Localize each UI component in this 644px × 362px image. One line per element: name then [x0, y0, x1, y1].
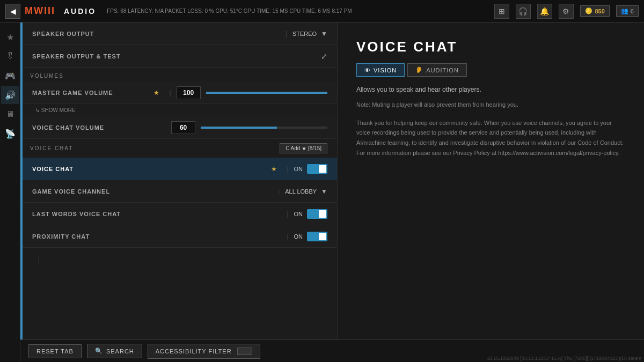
back-button[interactable]: ◀ [5, 4, 20, 19]
game-voice-channel-label: GAME VOICE CHANNEL [32, 188, 273, 195]
speaker-output-row[interactable]: SPEAKER OUTPUT | STEREO ▼ [23, 23, 337, 45]
divider7: | [287, 233, 288, 240]
voice-volume-fill [201, 127, 277, 129]
voice-chat-value: ON [294, 166, 303, 172]
divider6: | [287, 210, 288, 218]
master-volume-row[interactable]: MASTER GAME VOLUME ★ | [23, 82, 337, 104]
right-panel: VOICE CHAT 👁 VISION 👂 AUDITION Allows yo… [337, 23, 644, 362]
voice-chat-toggle[interactable] [307, 164, 327, 174]
dropdown-arrow-icon: ▼ [321, 30, 327, 38]
proximity-chat-label: PROXIMITY CHAT [32, 233, 281, 240]
divider3: | [164, 124, 166, 131]
volumes-header: VOLUMES [20, 68, 337, 82]
search-label: SEARCH [106, 348, 134, 354]
sys-info: 10.15.1862849 [43.13.11231+11.A] Thu [72… [487, 356, 641, 361]
topbar: ◀ MWIII AUDIO FPS: 68 LATENCY: N/A PACKE… [0, 0, 644, 23]
game-voice-channel-value: ALL LOBBY [285, 188, 317, 195]
toggle-thumb2 [319, 210, 326, 218]
last-words-value: ON [294, 211, 303, 217]
ear-icon: 👂 [415, 67, 423, 73]
toggle-thumb3 [319, 233, 326, 240]
partial-row[interactable]: | [23, 248, 337, 270]
info-line1: Allows you to speak and hear other playe… [356, 85, 625, 95]
currency-value: 850 [595, 8, 605, 14]
master-volume-label: MASTER GAME VOLUME [32, 90, 153, 96]
voice-chat-row[interactable]: VOICE CHAT ★ | ON [23, 158, 337, 180]
main-layout: ★ 🎖 🎮 🔊 🖥 📡 SPEAKER OUTPUT | STEREO ▼ SP… [0, 23, 644, 362]
master-volume-star-icon: ★ [153, 89, 159, 97]
accessibility-toggle-icon [237, 348, 252, 355]
speaker-test-label: SPEAKER OUTPUT & TEST [32, 53, 321, 60]
voice-volume-slider[interactable] [201, 127, 327, 129]
last-words-row[interactable]: LAST WORDS VOICE CHAT | ON [23, 203, 337, 225]
show-more-label: ↳ SHOW MORE [35, 107, 76, 113]
show-more-row[interactable]: ↳ SHOW MORE [20, 104, 337, 116]
tab-vision[interactable]: 👁 VISION [356, 63, 405, 77]
voice-chat-section-header: VOICE CHAT C Add ★ [8/15] [20, 139, 337, 158]
page-title: AUDIO [64, 7, 96, 16]
toggle-thumb [319, 165, 326, 173]
divider: | [286, 30, 287, 38]
divider2: | [169, 89, 171, 97]
speaker-output-label: SPEAKER OUTPUT [32, 31, 280, 37]
tab-audition-label: AUDITION [426, 67, 459, 73]
voice-volume-row[interactable]: VOICE CHAT VOLUME | [23, 116, 337, 139]
headset-icon[interactable]: 🎧 [516, 4, 531, 19]
game-voice-channel-row[interactable]: GAME VOICE CHANNEL | ALL LOBBY ▼ [23, 180, 337, 203]
voice-chat-star-icon: ★ [271, 165, 277, 173]
sidebar-item-audio[interactable]: 🔊 [1, 86, 19, 104]
friends-value: 6 [631, 8, 634, 14]
search-button[interactable]: 🔍 SEARCH [87, 344, 142, 358]
sidebar-item-network[interactable]: 📡 [1, 124, 19, 143]
proximity-chat-value: ON [294, 233, 303, 240]
friends-badge[interactable]: 👥 6 [616, 5, 639, 17]
grid-icon[interactable]: ⊞ [494, 4, 509, 19]
eye-icon: 👁 [364, 67, 371, 73]
master-volume-fill [206, 92, 327, 94]
divider5: | [278, 188, 280, 195]
accessibility-filter-button[interactable]: ACCESSIBILITY FILTER [148, 344, 260, 359]
topbar-right: ⊞ 🎧 🔔 ⚙ 🪙 850 👥 6 [494, 4, 639, 19]
last-words-toggle[interactable] [307, 209, 327, 219]
game-logo: MWIII [25, 5, 55, 17]
sidebar-item-controller[interactable]: 🎮 [1, 67, 19, 85]
info-line2: Note: Muting a player will also prevent … [356, 100, 625, 110]
settings-panel: SPEAKER OUTPUT | STEREO ▼ SPEAKER OUTPUT… [20, 23, 337, 362]
accessibility-filter-label: ACCESSIBILITY FILTER [156, 348, 232, 354]
reset-tab-button[interactable]: RESET TAB [28, 344, 82, 358]
add-favorite-button[interactable]: C Add ★ [8/15] [280, 143, 327, 153]
sidebar-icons: ★ 🎖 🎮 🔊 🖥 📡 [0, 23, 20, 362]
speaker-test-row[interactable]: SPEAKER OUTPUT & TEST ⤢ [23, 45, 337, 68]
proximity-chat-toggle[interactable] [307, 232, 327, 241]
topbar-left: ◀ MWIII AUDIO [5, 4, 96, 19]
last-words-label: LAST WORDS VOICE CHAT [32, 211, 281, 217]
settings-icon[interactable]: ⚙ [559, 4, 574, 19]
sidebar-item-star[interactable]: ★ [1, 28, 19, 46]
tab-group: 👁 VISION 👂 AUDITION [356, 63, 625, 77]
tab-vision-label: VISION [374, 67, 397, 73]
sidebar-item-display[interactable]: 🖥 [1, 105, 19, 123]
voice-volume-label: VOICE CHAT VOLUME [32, 124, 159, 131]
currency-badge[interactable]: 🪙 850 [580, 5, 610, 17]
friends-icon: 👥 [621, 8, 628, 14]
voice-volume-input[interactable] [171, 121, 195, 134]
blue-accent-bar [20, 23, 23, 362]
currency-icon: 🪙 [585, 8, 592, 14]
dropdown-arrow-icon2: ▼ [321, 188, 327, 195]
tab-audition[interactable]: 👂 AUDITION [407, 63, 467, 77]
proximity-chat-row[interactable]: PROXIMITY CHAT | ON [23, 225, 337, 248]
sidebar-item-player[interactable]: 🎖 [1, 47, 19, 65]
voice-chat-label: VOICE CHAT [32, 166, 271, 172]
voice-chat-title: VOICE CHAT [356, 39, 625, 55]
external-link-icon: ⤢ [321, 52, 327, 61]
privacy-text: Thank you for helping keep our community… [356, 118, 625, 158]
notification-icon[interactable]: 🔔 [537, 4, 552, 19]
search-icon: 🔍 [95, 348, 103, 354]
topbar-stats: FPS: 68 LATENCY: N/A PACKET LOSS: 0 % GP… [107, 8, 352, 14]
master-volume-slider[interactable] [206, 92, 327, 94]
divider4: | [287, 165, 288, 173]
speaker-output-value: STEREO [292, 31, 317, 37]
voice-chat-header: VOICE CHAT [30, 145, 73, 151]
master-volume-input[interactable] [177, 86, 201, 99]
